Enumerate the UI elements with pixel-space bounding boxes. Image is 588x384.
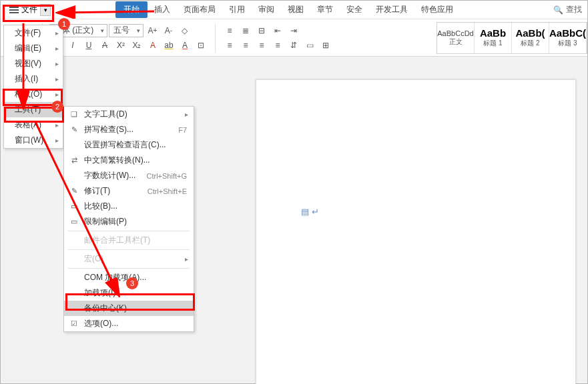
svg-line-2: [35, 122, 118, 294]
annotation-badge-1: 1: [58, 18, 70, 30]
svg-line-0: [59, 11, 154, 13]
annotation-badge-2: 2: [51, 101, 63, 113]
annotation-badge-3: 3: [126, 277, 138, 289]
